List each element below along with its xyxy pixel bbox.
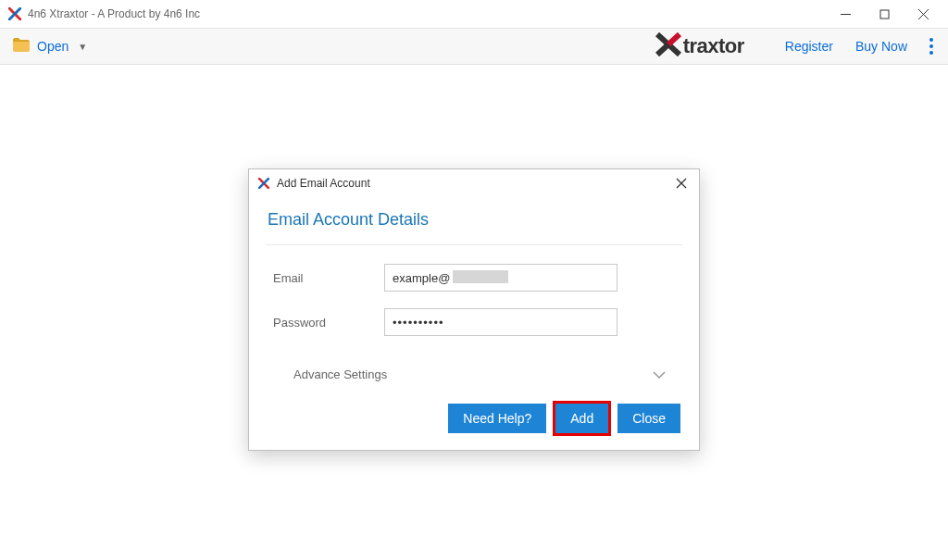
password-label: Password: [266, 316, 384, 330]
minimize-button[interactable]: [826, 1, 865, 27]
chevron-down-icon: ▼: [78, 42, 87, 52]
close-dialog-button[interactable]: Close: [617, 404, 680, 433]
redacted-overlay: [453, 270, 508, 283]
email-row: Email: [266, 264, 682, 292]
advance-settings-toggle[interactable]: Advance Settings: [266, 353, 682, 404]
email-label: Email: [266, 271, 384, 285]
dialog-close-button[interactable]: [673, 175, 690, 192]
app-icon: [7, 6, 22, 21]
divider: [266, 244, 682, 245]
chevron-down-icon: [653, 367, 675, 381]
need-help-button[interactable]: Need Help?: [448, 404, 546, 433]
close-button[interactable]: [904, 1, 942, 27]
password-row: Password: [266, 308, 682, 336]
register-link[interactable]: Register: [785, 39, 833, 54]
brand-text: traxtor: [683, 34, 744, 58]
open-menu-button[interactable]: Open ▼: [13, 38, 87, 56]
dialog-body: Email Account Details Email Password Adv…: [249, 197, 699, 450]
buy-now-link[interactable]: Buy Now: [855, 39, 907, 54]
more-menu-button[interactable]: [924, 32, 939, 60]
dialog-heading: Email Account Details: [266, 203, 682, 244]
dialog-actions: Need Help? Add Close: [266, 404, 682, 433]
maximize-button[interactable]: [865, 1, 904, 27]
toolbar: Open ▼ traxtor Register Buy Now: [0, 28, 948, 65]
window-title: 4n6 Xtraxtor - A Product by 4n6 Inc: [28, 7, 826, 20]
window-controls: [826, 1, 942, 27]
add-email-account-dialog: Add Email Account Email Account Details …: [248, 168, 700, 451]
folder-icon: [13, 38, 30, 56]
svg-rect-1: [880, 10, 889, 19]
window-titlebar: 4n6 Xtraxtor - A Product by 4n6 Inc: [0, 0, 948, 28]
brand-logo: traxtor: [655, 32, 744, 60]
brand-x-icon: [655, 32, 683, 60]
dialog-titlebar: Add Email Account: [249, 169, 699, 197]
add-button[interactable]: Add: [555, 404, 608, 433]
open-label: Open: [37, 39, 69, 54]
password-field[interactable]: [384, 308, 617, 336]
advance-settings-label: Advance Settings: [293, 367, 387, 381]
dialog-title: Add Email Account: [277, 177, 673, 190]
app-icon: [258, 177, 271, 190]
